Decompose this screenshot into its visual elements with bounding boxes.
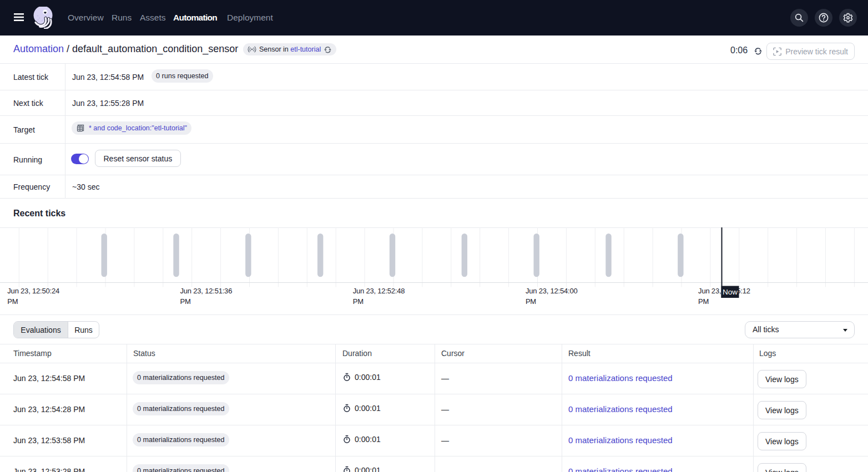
svg-text:PM: PM [353, 297, 364, 306]
svg-text:PM: PM [180, 297, 191, 306]
svg-text:Jun 23, 12:54:00: Jun 23, 12:54:00 [526, 287, 578, 295]
svg-text:PM: PM [698, 297, 709, 306]
svg-text:Jun 23, 12:51:36: Jun 23, 12:51:36 [180, 287, 233, 295]
svg-text:Jun 23, 12:50:24: Jun 23, 12:50:24 [7, 287, 59, 295]
svg-text:PM: PM [7, 297, 18, 306]
svg-text:Now: Now [723, 288, 738, 296]
svg-text:PM: PM [526, 297, 536, 306]
svg-text:Jun 23, 12:52:48: Jun 23, 12:52:48 [353, 287, 405, 295]
